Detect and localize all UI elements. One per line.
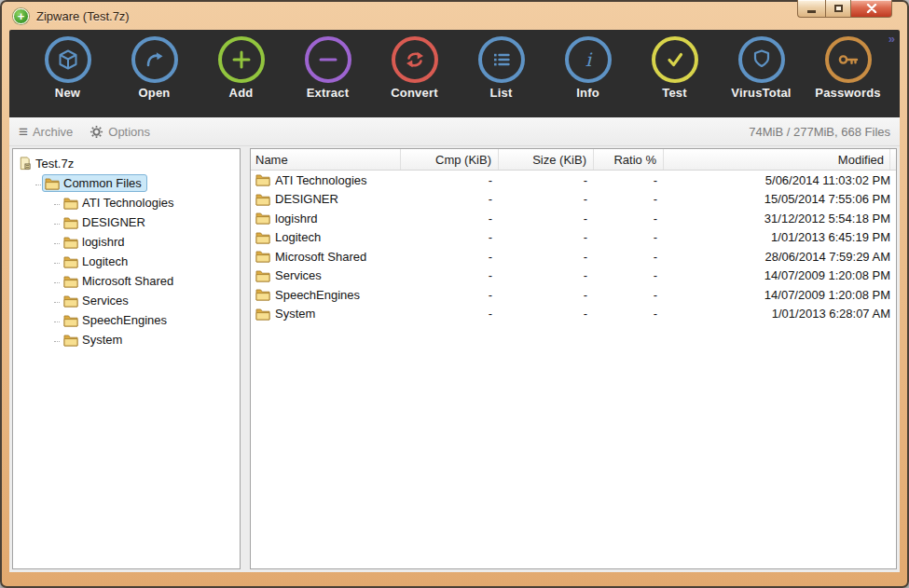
options-menu[interactable]: Options [90, 125, 150, 139]
folder-icon [63, 314, 78, 327]
row-modified: 1/01/2013 6:45:19 PM [664, 230, 896, 244]
test-button[interactable]: Test [631, 36, 718, 100]
row-ratio: - [594, 288, 664, 302]
table-row[interactable]: SpeechEngines - - - 14/07/2009 1:20:08 P… [251, 285, 896, 305]
tree-item[interactable]: Services [52, 291, 238, 310]
row-cmp: - [401, 268, 499, 282]
minimize-icon [807, 10, 816, 13]
row-size: - [499, 192, 594, 206]
table-row[interactable]: logishrd - - - 31/12/2012 5:54:18 PM [251, 209, 896, 228]
folder-icon [45, 177, 60, 190]
tree-item-label: Logitech [82, 254, 128, 268]
column-header-size[interactable]: Size (KiB) [499, 149, 594, 170]
virustotal-button[interactable]: VirusTotal [718, 36, 805, 100]
row-ratio: - [594, 192, 664, 206]
content-area: Test.7z Common Files [9, 146, 900, 572]
extract-button-label: Extract [307, 86, 349, 100]
info-button-label: Info [576, 86, 599, 100]
folder-icon [255, 288, 270, 301]
archive-menu[interactable]: ≡ Archive [19, 124, 73, 140]
add-button[interactable]: Add [198, 36, 284, 100]
test-button-label: Test [662, 86, 687, 100]
open-arrow-icon [131, 36, 178, 83]
svg-text:i: i [585, 48, 592, 71]
window-title: Zipware (Test.7z) [36, 9, 130, 23]
column-header-name[interactable]: Name [251, 149, 401, 170]
row-cmp: - [401, 173, 499, 187]
folder-icon [63, 294, 78, 308]
maximize-button[interactable] [825, 0, 851, 18]
folder-icon [255, 231, 270, 244]
maximize-icon [834, 5, 843, 12]
folder-icon [255, 173, 270, 186]
folder-icon [63, 236, 78, 249]
new-button-label: New [55, 86, 80, 100]
tree-item-label: SpeechEngines [82, 313, 167, 327]
tree-item-label: Common Files [63, 176, 142, 190]
row-modified: 31/12/2012 5:54:18 PM [664, 212, 896, 226]
row-name: Logitech [275, 230, 321, 244]
column-header-cmp[interactable]: Cmp (KiB) [401, 149, 499, 170]
close-button[interactable] [851, 0, 892, 18]
folder-icon [255, 250, 270, 263]
tree-item-label: DESIGNER [82, 215, 145, 229]
list-button[interactable]: List [458, 36, 544, 100]
extract-button[interactable]: Extract [284, 36, 371, 100]
table-row[interactable]: ATI Technologies - - - 5/06/2014 11:03:0… [251, 171, 896, 190]
row-cmp: - [401, 307, 499, 321]
tree-item[interactable]: Logitech [52, 252, 238, 271]
row-cmp: - [401, 250, 499, 264]
tree-item-label: ATI Technologies [82, 196, 174, 210]
key-icon [825, 36, 872, 83]
row-cmp: - [401, 288, 499, 302]
tree-item[interactable]: ATI Technologies [52, 193, 238, 212]
row-name: Microsoft Shared [275, 250, 366, 264]
tree-item-label: Microsoft Shared [82, 274, 173, 288]
tree-item[interactable]: DESIGNER [52, 212, 238, 232]
shield-icon [738, 36, 785, 83]
row-modified: 28/06/2014 7:59:29 AM [664, 250, 896, 264]
new-button[interactable]: New [24, 36, 111, 100]
column-header-modified[interactable]: Modified [664, 149, 890, 170]
info-button[interactable]: i Info [544, 36, 631, 100]
tree-item[interactable]: Microsoft Shared [52, 271, 238, 291]
row-name: SpeechEngines [275, 288, 360, 302]
zipware-app-icon: + [13, 8, 29, 24]
row-ratio: - [594, 173, 664, 187]
folder-tree-panel: Test.7z Common Files [12, 148, 241, 569]
table-row[interactable]: Logitech - - - 1/01/2013 6:45:19 PM [251, 228, 896, 248]
menubar: ≡ Archive Options 74MiB / 277MiB, 668 Fi… [9, 117, 900, 146]
table-body: ATI Technologies - - - 5/06/2014 11:03:0… [251, 171, 896, 568]
tree-item[interactable]: logishrd [52, 232, 238, 252]
tree-item[interactable]: Common Files [34, 173, 238, 193]
passwords-button[interactable]: Passwords [805, 36, 891, 100]
row-modified: 15/05/2014 7:55:06 PM [664, 192, 896, 206]
check-icon [652, 36, 698, 83]
toolbar-overflow-icon[interactable]: » [888, 32, 893, 46]
folder-icon [63, 255, 78, 268]
zipware-window: + Zipware (Test.7z) New [0, 0, 909, 588]
options-menu-label: Options [108, 125, 150, 139]
row-cmp: - [401, 230, 499, 244]
row-name: System [275, 307, 315, 321]
table-row[interactable]: DESIGNER - - - 15/05/2014 7:55:06 PM [251, 190, 896, 210]
info-icon: i [565, 36, 612, 83]
table-row[interactable]: Services - - - 14/07/2009 1:20:08 PM [251, 267, 896, 286]
column-header-stub [890, 149, 896, 170]
tree-item-label: Services [82, 294, 129, 308]
hamburger-icon: ≡ [19, 124, 28, 140]
open-button[interactable]: Open [111, 36, 198, 100]
table-row[interactable]: Microsoft Shared - - - 28/06/2014 7:59:2… [251, 247, 896, 267]
minimize-button[interactable] [797, 0, 825, 18]
tree-item-label: logishrd [82, 235, 125, 249]
tree-item[interactable]: SpeechEngines [52, 310, 238, 330]
convert-button[interactable]: Convert [371, 36, 458, 100]
row-size: - [499, 288, 594, 302]
folder-icon [63, 334, 78, 347]
add-button-label: Add [229, 86, 254, 100]
row-modified: 5/06/2014 11:03:02 PM [664, 173, 896, 187]
tree-item[interactable]: System [52, 330, 238, 349]
table-row[interactable]: System - - - 1/01/2013 6:28:07 AM [251, 305, 896, 324]
column-header-ratio[interactable]: Ratio % [594, 149, 664, 170]
tree-item[interactable]: Test.7z [15, 154, 238, 173]
